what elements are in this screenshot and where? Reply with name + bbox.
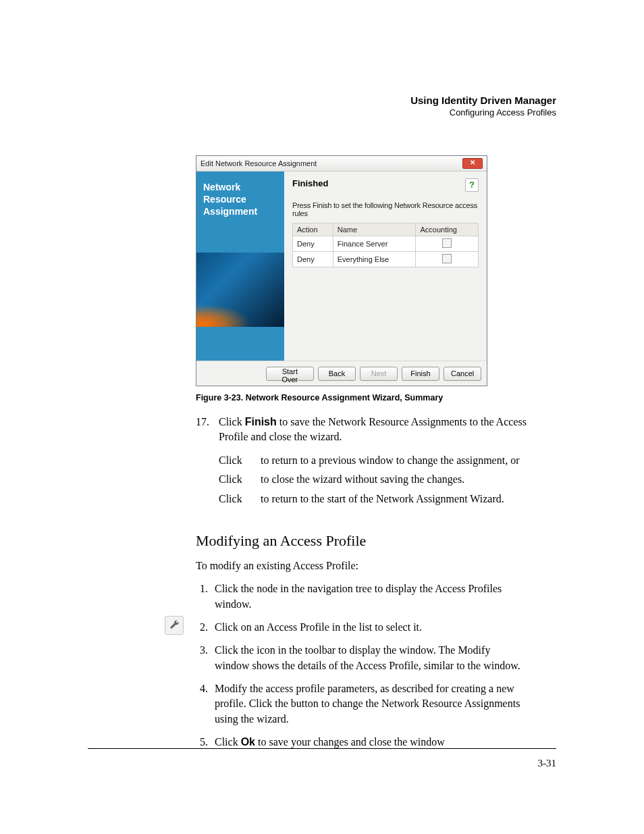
modify-steps: Click the node in the navigation tree to… [196,581,527,750]
footer-rule [88,748,556,749]
sidebar-decorative-image [196,253,284,327]
dialog-footer: Start Over Back Next Finish Cancel [196,361,487,386]
dialog-titlebar: Edit Network Resource Assignment ✕ [196,156,487,172]
cell-action: Deny [293,236,333,252]
next-button[interactable]: Next [360,367,398,381]
wizard-sidebar: Network Resource Assignment [196,172,284,361]
sidebar-line: Resource [203,193,277,205]
step-17: 17. Click Finish to save the Network Res… [196,415,527,519]
cell-action: Deny [293,252,333,267]
back-button[interactable]: Back [318,367,356,381]
col-accounting: Accounting [416,224,479,236]
header-subtitle: Configuring Access Profiles [410,107,556,118]
sidebar-line: Assignment [203,205,277,217]
cell-accounting [416,236,479,252]
wrench-icon [168,619,180,631]
checkbox-icon[interactable] [442,238,452,248]
page-header: Using Identity Driven Manager Configurin… [410,95,556,118]
section-intro: To modify an existing Access Profile: [196,558,527,573]
modify-toolbar-icon [165,616,184,635]
section-heading: Modifying an Access Profile [196,531,527,552]
click-row: Click to return to a previous window to … [219,453,527,468]
col-name: Name [333,224,416,236]
wizard-description: Press Finish to set the following Networ… [292,201,479,217]
cell-name: Finance Server [333,236,416,252]
click-options: Click to return to a previous window to … [219,453,527,506]
sidebar-line: Network [203,181,277,193]
close-icon[interactable]: ✕ [462,158,483,169]
cell-accounting [416,252,479,267]
dialog-title: Edit Network Resource Assignment [200,156,317,171]
cell-name: Everything Else [333,252,416,267]
list-item: Click the node in the navigation tree to… [211,581,527,612]
cancel-button[interactable]: Cancel [444,367,481,381]
table-row: Deny Everything Else [293,252,479,267]
click-row: Click to close the wizard without saving… [219,472,527,487]
start-over-button[interactable]: Start Over [266,367,314,381]
help-icon[interactable]: ? [465,178,479,192]
list-item: Click the icon in the toolbar to display… [211,643,527,673]
rules-table: Action Name Accounting Deny Finance Serv… [292,223,479,267]
step-text: Click Finish to save the Network Resourc… [219,415,527,519]
figure-caption: Figure 3-23. Network Resource Assignment… [196,393,527,402]
finish-button[interactable]: Finish [402,367,439,381]
wizard-main: Finished ? Press Finish to set the follo… [284,172,487,361]
page-number: 3-31 [538,758,557,769]
step-number: 17. [196,415,212,519]
table-header-row: Action Name Accounting [293,224,479,236]
checkbox-icon[interactable] [442,254,452,263]
wizard-dialog: Edit Network Resource Assignment ✕ Netwo… [196,155,487,386]
table-row: Deny Finance Server [293,236,479,252]
wizard-step-title: Finished [292,178,328,188]
col-action: Action [293,224,333,236]
header-title: Using Identity Driven Manager [410,95,556,106]
list-item: Modify the access profile parameters, as… [211,681,527,727]
click-row: Click to return to the start of the Netw… [219,492,527,506]
list-item: Click on an Access Profile in the list t… [211,620,527,635]
